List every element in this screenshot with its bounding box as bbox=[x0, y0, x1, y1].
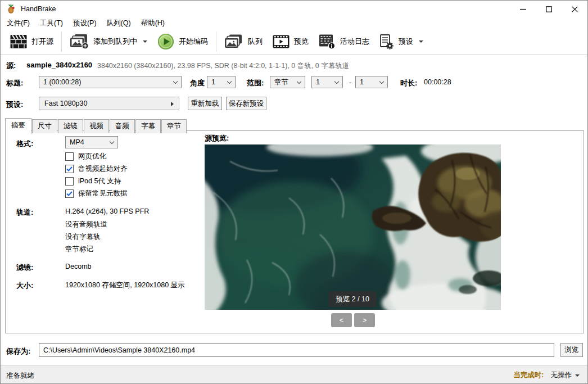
menu-help[interactable]: 帮助(H) bbox=[136, 17, 170, 29]
chevron-down-icon bbox=[334, 79, 339, 84]
save-new-preset-button[interactable]: 保存新预设 bbox=[226, 97, 266, 110]
duration-value: 00:00:28 bbox=[424, 78, 451, 86]
source-name: sample_3840x2160 bbox=[26, 61, 92, 69]
source-label: 源: bbox=[6, 61, 16, 71]
close-button[interactable] bbox=[562, 1, 587, 17]
add-to-queue-dropdown-icon[interactable] bbox=[143, 40, 147, 43]
av-align-checkbox[interactable] bbox=[65, 165, 74, 173]
activity-log-button[interactable]: 活动日志 bbox=[314, 31, 374, 52]
start-encode-label: 开始编码 bbox=[179, 37, 208, 47]
filters-value: Decomb bbox=[65, 263, 92, 270]
preview-counter-badge: 预览 2 / 10 bbox=[328, 291, 377, 307]
format-label: 格式: bbox=[16, 139, 33, 149]
presets-label: 预设 bbox=[399, 37, 413, 47]
presets-dropdown-icon[interactable] bbox=[419, 40, 423, 43]
chevron-down-icon bbox=[575, 374, 580, 377]
title-select[interactable]: 1 (00:00:28) bbox=[39, 76, 182, 88]
range-type-select[interactable]: 章节 bbox=[270, 76, 305, 88]
tab-bar: 摘要 尺寸 滤镜 视频 音频 字幕 章节 bbox=[5, 118, 187, 133]
preset-select-value: Fast 1080p30 bbox=[44, 100, 87, 107]
source-details: 3840x2160 (3840x2160), 23.98 FPS, SDR (8… bbox=[97, 61, 349, 71]
keep-metadata-checkbox[interactable] bbox=[65, 189, 74, 198]
status-text: 准备就绪 bbox=[6, 371, 34, 381]
maximize-button[interactable] bbox=[536, 1, 562, 17]
chevron-down-icon bbox=[227, 79, 232, 84]
ocean-aerial-image bbox=[205, 144, 501, 310]
tab-filters[interactable]: 滤镜 bbox=[58, 119, 83, 133]
menu-queue[interactable]: 队列(Q) bbox=[102, 17, 136, 29]
preview-next-button[interactable]: > bbox=[354, 313, 375, 327]
tracks-label: 轨道: bbox=[16, 207, 33, 218]
angle-select-value: 1 bbox=[211, 78, 215, 86]
check-icon bbox=[66, 166, 73, 171]
chevron-right-icon bbox=[171, 102, 174, 106]
toolbar: 打开源 添加到队列中 bbox=[1, 29, 587, 55]
tab-subtitles[interactable]: 字幕 bbox=[135, 119, 161, 133]
size-label: 大小: bbox=[16, 281, 33, 291]
source-preview-label: 源预览: bbox=[205, 133, 229, 143]
tab-audio[interactable]: 音频 bbox=[110, 119, 135, 133]
toolbar-separator bbox=[216, 31, 216, 52]
track-subtitle: 没有字幕轨 bbox=[65, 232, 101, 242]
queue-label: 队列 bbox=[248, 37, 263, 47]
queue-icon bbox=[224, 34, 243, 49]
track-video: H.264 (x264), 30 FPS PFR bbox=[65, 207, 149, 215]
presets-button[interactable]: 预设 bbox=[374, 31, 428, 52]
chevron-down-icon bbox=[297, 79, 301, 84]
when-done-control: 当完成时: 无操作 bbox=[513, 371, 580, 380]
range-dash: - bbox=[349, 78, 351, 87]
tab-video[interactable]: 视频 bbox=[84, 119, 109, 133]
open-source-button[interactable]: 打开源 bbox=[5, 31, 58, 52]
preview-prev-button[interactable]: < bbox=[331, 313, 352, 327]
toolbar-separator bbox=[61, 31, 62, 52]
tab-dimensions[interactable]: 尺寸 bbox=[32, 119, 57, 133]
range-start-select[interactable]: 1 bbox=[311, 76, 343, 88]
add-to-queue-button[interactable]: 添加到队列中 bbox=[65, 31, 152, 52]
minimize-button[interactable] bbox=[510, 1, 536, 17]
angle-select[interactable]: 1 bbox=[207, 76, 236, 88]
checkbox-row-web-optimized: 网页优化 bbox=[65, 152, 106, 161]
title-select-value: 1 (00:00:28) bbox=[43, 78, 81, 86]
handbrake-window: HandBrake 文件(F) 工具(T) 预设(P) 队列(Q) 帮助(H) bbox=[0, 0, 588, 384]
range-label: 范围: bbox=[247, 78, 264, 88]
preset-select[interactable]: Fast 1080p30 bbox=[39, 97, 179, 110]
format-select-value: MP4 bbox=[70, 138, 84, 146]
menu-presets[interactable]: 预设(P) bbox=[68, 17, 102, 29]
size-value: 1920x1080 存储空间, 1920x1080 显示 bbox=[65, 281, 185, 290]
queue-button[interactable]: 队列 bbox=[219, 31, 268, 52]
activity-log-label: 活动日志 bbox=[340, 37, 369, 47]
duration-label: 时长: bbox=[400, 78, 417, 88]
track-chapters: 章节标记 bbox=[65, 245, 93, 254]
web-optimized-checkbox[interactable] bbox=[65, 152, 74, 161]
chevron-down-icon bbox=[379, 79, 384, 84]
preview-button[interactable]: 预览 bbox=[268, 32, 314, 51]
when-done-select[interactable]: 无操作 bbox=[551, 371, 580, 380]
checkbox-row-metadata: 保留常见元数据 bbox=[65, 189, 128, 198]
start-encode-button[interactable]: 开始编码 bbox=[152, 30, 213, 53]
tab-summary[interactable]: 摘要 bbox=[5, 118, 31, 134]
menu-file[interactable]: 文件(F) bbox=[2, 17, 35, 29]
presets-icon bbox=[379, 34, 394, 49]
ipod-support-checkbox[interactable] bbox=[65, 177, 74, 186]
range-end-select[interactable]: 1 bbox=[355, 76, 388, 88]
tab-chapters[interactable]: 章节 bbox=[161, 119, 187, 133]
reload-preset-button[interactable]: 重新加载 bbox=[188, 97, 222, 110]
window-controls bbox=[510, 1, 587, 17]
clapperboard-icon bbox=[10, 34, 27, 49]
browse-button[interactable]: 浏览 bbox=[560, 343, 583, 357]
activity-log-icon bbox=[319, 34, 336, 49]
menu-tools[interactable]: 工具(T) bbox=[35, 17, 68, 29]
when-done-label: 当完成时: bbox=[513, 371, 544, 380]
menubar: 文件(F) 工具(T) 预设(P) 队列(Q) 帮助(H) bbox=[1, 17, 587, 29]
format-select[interactable]: MP4 bbox=[65, 136, 118, 148]
range-end-value: 1 bbox=[360, 78, 364, 86]
checkbox-row-ipod: iPod 5代 支持 bbox=[65, 177, 121, 186]
range-start-value: 1 bbox=[316, 78, 320, 86]
range-type-value: 章节 bbox=[274, 78, 288, 87]
chevron-down-icon bbox=[173, 79, 178, 84]
statusbar: 准备就绪 当完成时: 无操作 bbox=[1, 365, 587, 384]
film-preview-icon bbox=[273, 35, 290, 48]
handbrake-logo-icon bbox=[6, 4, 16, 14]
av-align-label: 音视频起始对齐 bbox=[78, 164, 128, 174]
save-path-input[interactable] bbox=[39, 343, 554, 357]
